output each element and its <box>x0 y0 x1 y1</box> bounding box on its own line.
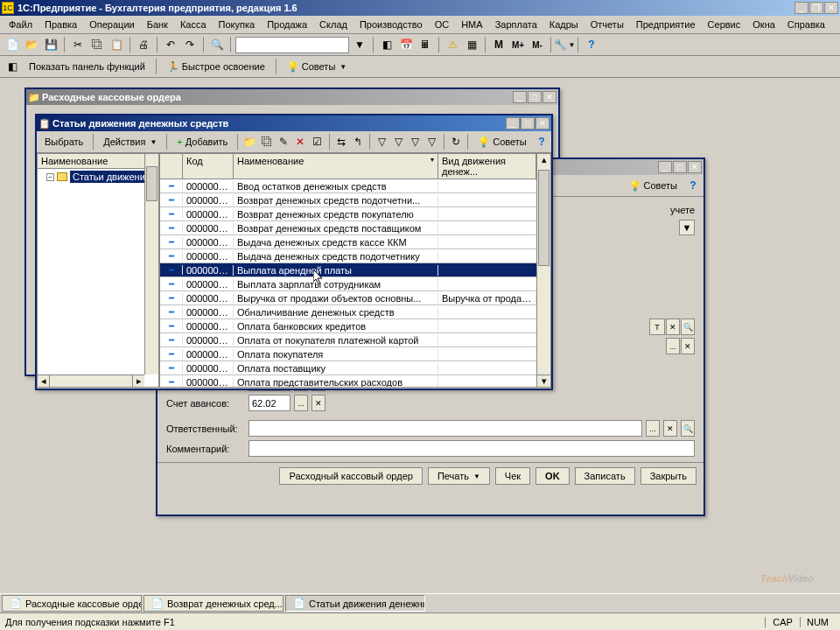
check-button[interactable]: Чек <box>495 467 530 485</box>
menu-14[interactable]: Предприятие <box>631 18 701 32</box>
dds-filter2-icon[interactable]: ▽ <box>390 133 406 150</box>
return-minimize-button[interactable]: _ <box>658 161 672 173</box>
menu-17[interactable]: Справка <box>782 18 830 32</box>
find-icon[interactable]: 🔍 <box>208 36 226 53</box>
grid-row[interactable]: ━000000008Выплата арендной платы <box>160 263 550 277</box>
menu-13[interactable]: Отчеты <box>585 18 629 32</box>
m-plus-button[interactable]: M+ <box>509 36 527 53</box>
dds-help-icon[interactable]: ? <box>534 133 550 150</box>
return-help-icon[interactable]: ? <box>684 177 702 194</box>
account-advance-ellipsis[interactable]: ... <box>294 395 308 411</box>
responsible-clear[interactable]: ✕ <box>663 420 677 437</box>
dds-ellipsis-button[interactable]: ... <box>666 338 680 354</box>
dds-add-button[interactable]: +Добавить <box>171 133 234 150</box>
selector-clear-button[interactable]: ✕ <box>666 318 680 335</box>
dds-add-group-icon[interactable]: 📁 <box>242 133 257 150</box>
dds-actions-button[interactable]: Действия▼ <box>97 133 163 150</box>
taskbar-item-2[interactable]: 📄Статьи движения денежны... <box>285 595 425 612</box>
menu-5[interactable]: Покупка <box>214 18 261 32</box>
grid-row[interactable]: ━000000031Оплата поставщику <box>160 361 550 375</box>
paste-icon[interactable]: 📋 <box>108 36 125 53</box>
grid-row[interactable]: ━000000026Оплата банковских кредитов <box>160 319 550 333</box>
responsible-ellipsis[interactable]: ... <box>646 420 660 437</box>
col-name[interactable]: Наименование▾ <box>234 154 438 178</box>
dds-close-button[interactable]: ✕ <box>536 117 550 130</box>
tools-icon[interactable]: 🔧▼ <box>556 36 573 53</box>
print-icon[interactable]: 🖨 <box>135 36 152 53</box>
panel-icon[interactable]: ◧ <box>4 58 21 75</box>
grid-row[interactable]: ━000000001Выручка от продажи объектов ос… <box>160 291 550 305</box>
menu-15[interactable]: Сервис <box>703 18 746 32</box>
dds-clear-button[interactable]: ✕ <box>681 338 695 354</box>
dds-edit-icon[interactable]: ✎ <box>276 133 291 150</box>
print-button[interactable]: Печать▼ <box>428 467 490 485</box>
dds-filter-clear-icon[interactable]: ▽ <box>424 133 440 150</box>
dds-mark-icon[interactable]: ☑ <box>309 133 325 150</box>
tree-selected-item[interactable]: Статьи движения <box>70 171 153 183</box>
menu-10[interactable]: НМА <box>456 18 487 32</box>
calculator-icon[interactable]: 🖩 <box>416 36 434 53</box>
col-kod[interactable]: Код <box>183 154 234 178</box>
copy-icon[interactable]: ⿻ <box>88 36 106 53</box>
info-icon[interactable]: ⚠ <box>444 36 461 53</box>
account-advance-input[interactable] <box>248 395 290 411</box>
menu-4[interactable]: Касса <box>175 18 212 32</box>
dds-maximize-button[interactable]: □ <box>521 117 535 130</box>
calendar-icon[interactable]: 📅 <box>397 36 415 53</box>
action1-icon[interactable]: ◧ <box>378 36 396 53</box>
grid-row[interactable]: ━000000022Обналичивание денежных средств <box>160 305 550 319</box>
grid-row[interactable]: ━000000015Оплата покупателя <box>160 347 550 361</box>
save-icon[interactable]: 💾 <box>42 36 60 53</box>
col-vid[interactable]: Вид движения денеж... <box>438 154 536 178</box>
undo-icon[interactable]: ↶ <box>162 36 179 53</box>
responsible-input[interactable] <box>248 420 642 437</box>
grid-row[interactable]: ━000000027Оплата представительских расхо… <box>160 375 550 387</box>
dropdown-button[interactable]: ▼ <box>679 220 695 235</box>
rko-maximize-button[interactable]: □ <box>528 91 542 103</box>
dds-copy-icon[interactable]: ⿻ <box>259 133 275 150</box>
dds-tips-button[interactable]: 💡Советы <box>472 133 532 150</box>
dds-select-button[interactable]: Выбрать <box>38 133 89 150</box>
tips-button[interactable]: 💡Советы▼ <box>281 58 353 75</box>
dds-delete-icon[interactable]: ✕ <box>292 133 308 150</box>
new-doc-icon[interactable]: 📄 <box>4 36 21 53</box>
selector-t-button[interactable]: T <box>649 318 665 335</box>
print-rko-button[interactable]: Расходный кассовый ордер <box>279 467 422 485</box>
dds-filter3-icon[interactable]: ▽ <box>408 133 424 150</box>
quick-start-button[interactable]: 🏃Быстрое освоение <box>161 58 271 75</box>
dds-moveup-icon[interactable]: ↰ <box>350 133 366 150</box>
menu-6[interactable]: Продажа <box>262 18 312 32</box>
tree-hscrollbar[interactable]: ◂ ▸ <box>38 374 144 387</box>
minimize-button[interactable]: _ <box>794 2 808 14</box>
grid-scrollbar[interactable]: ▾ <box>536 170 550 387</box>
grid-row[interactable]: ━000000029Ввод остатков денежных средств <box>160 179 550 193</box>
taskbar-item-0[interactable]: 📄Расходные кассовые ордера <box>2 595 142 612</box>
grid-icon[interactable]: ▦ <box>463 36 480 53</box>
restore-button[interactable]: ❐ <box>809 2 823 14</box>
menu-12[interactable]: Кадры <box>544 18 584 32</box>
menu-16[interactable]: Окна <box>747 18 780 32</box>
menu-9[interactable]: ОС <box>430 18 455 32</box>
redo-icon[interactable]: ↷ <box>181 36 199 53</box>
rko-minimize-button[interactable]: _ <box>513 91 527 103</box>
menu-11[interactable]: Зарплата <box>490 18 542 32</box>
help-icon[interactable]: ? <box>583 36 600 53</box>
show-panel-button[interactable]: Показать панель функций <box>23 58 151 75</box>
comment-input[interactable] <box>248 440 695 457</box>
dds-hierarchy-icon[interactable]: ⇆ <box>333 133 349 150</box>
m-button[interactable]: M <box>490 36 508 53</box>
account-advance-clear[interactable]: ✕ <box>312 395 326 411</box>
return-maximize-button[interactable]: □ <box>673 161 687 173</box>
col-icon[interactable] <box>160 154 183 178</box>
grid-row[interactable]: ━000000032Возврат денежных средств поста… <box>160 221 550 235</box>
return-close-button[interactable]: ✕ <box>688 161 702 173</box>
search-dropdown-icon[interactable]: ▼ <box>351 36 368 53</box>
menu-1[interactable]: Правка <box>39 18 82 32</box>
responsible-search[interactable]: 🔍 <box>681 420 695 437</box>
close-form-button[interactable]: Закрыть <box>640 467 696 485</box>
grid-row[interactable]: ━000000010Возврат денежных средств покуп… <box>160 207 550 221</box>
menu-2[interactable]: Операции <box>84 18 139 32</box>
tree-expand-icon[interactable]: − <box>46 173 54 181</box>
tree-root-item[interactable]: − Статьи движения <box>38 169 158 185</box>
search-input[interactable] <box>235 37 349 53</box>
